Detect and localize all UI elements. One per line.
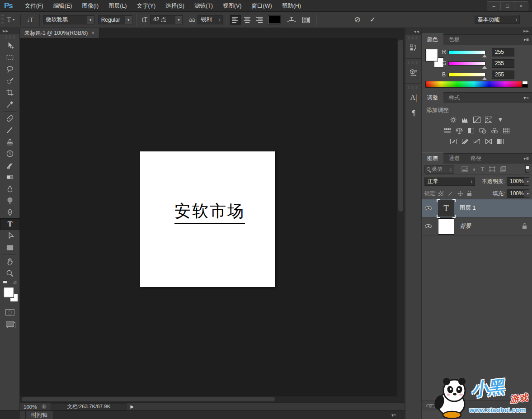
text-layer-content[interactable]: 安软市场 [174,200,245,224]
align-center-button[interactable] [242,15,253,25]
brush-tool[interactable] [0,124,20,136]
hue-saturation-button[interactable] [443,127,452,134]
gradient-map-button[interactable] [484,138,494,145]
vertical-scrollbar[interactable] [397,38,404,402]
slider-thumb[interactable] [482,54,487,57]
menu-view[interactable]: 视图(V) [218,0,247,12]
pen-tool[interactable] [0,207,20,218]
strip-collapse-button[interactable]: ◀◀ [405,28,421,35]
smart-object-filter-icon[interactable] [500,166,506,172]
warp-text-button[interactable] [284,16,299,24]
tab-adjustments[interactable]: 调整 [422,92,443,103]
crop-tool[interactable] [0,87,20,99]
foreground-color-swatch[interactable] [4,287,14,297]
layer-filter-toggle[interactable] [525,165,529,173]
panel-grip[interactable] [408,37,419,39]
healing-brush-tool[interactable] [0,113,20,124]
layers-empty-area[interactable] [422,235,532,400]
horizontal-scrollbar[interactable] [20,396,397,402]
swap-colors-icon[interactable]: ⇄ [13,280,17,286]
exposure-button[interactable] [484,116,494,123]
font-family-select[interactable]: 微软雅黑 ▾ [43,15,94,24]
slider-thumb[interactable] [482,66,487,69]
timeline-tab[interactable]: 时间轴 [26,411,53,419]
layer-row-text[interactable]: T 图层 1 [422,199,532,217]
marquee-tool[interactable] [0,52,20,63]
threshold-button[interactable] [472,138,482,145]
move-tool[interactable] [0,40,20,52]
lock-transparency-icon[interactable] [438,191,443,196]
black-white-button[interactable] [466,127,476,134]
visibility-cell[interactable] [422,217,435,235]
eye-icon[interactable] [425,206,432,210]
adjustment-layer-filter-icon[interactable]: ◐ [473,166,476,173]
blur-tool[interactable] [0,183,20,195]
tab-paths[interactable]: 路径 [465,153,487,164]
zoom-level-value[interactable]: 100% [20,404,41,410]
eye-icon[interactable] [425,224,432,228]
tab-channels[interactable]: 通道 [443,153,465,164]
history-panel-button[interactable] [405,40,422,56]
photo-filter-button[interactable] [478,127,488,134]
link-layers-icon[interactable] [426,404,432,407]
quick-selection-tool[interactable] [0,75,20,87]
canvas-document[interactable]: 安软市场 [140,151,275,287]
type-tool[interactable]: T [0,218,20,230]
toolbar-collapse-button[interactable]: ▶▶ [0,28,19,34]
rectangle-tool[interactable] [0,242,20,254]
align-left-button[interactable] [230,15,241,25]
levels-button[interactable] [461,116,470,123]
eyedropper-tool[interactable] [0,99,20,110]
dodge-tool[interactable] [0,195,20,207]
screen-mode-button[interactable] [6,321,14,327]
green-channel-value[interactable]: 255 [492,59,514,68]
invert-button[interactable] [449,138,458,145]
type-layer-filter-icon[interactable]: T [481,165,485,173]
menu-window[interactable]: 窗口(W) [247,0,277,12]
green-channel-slider[interactable] [448,61,485,66]
color-lookup-button[interactable] [502,127,511,134]
channel-mixer-button[interactable] [490,127,499,134]
background-layer-thumbnail[interactable] [438,218,454,235]
menu-type[interactable]: 文字(Y) [132,0,161,12]
timeline-menu-icon[interactable]: ▾≡ [391,413,396,418]
tool-preset-picker[interactable]: T ▾ [4,16,17,24]
menu-layer[interactable]: 图层(L) [104,0,132,12]
menu-edit[interactable]: 编辑(E) [48,0,77,12]
tab-styles[interactable]: 样式 [443,92,465,103]
tab-swatches[interactable]: 色板 [443,34,465,45]
document-tab[interactable]: 未标题-1 @ 100%(RGB/8) × [20,28,99,38]
canvas-area[interactable]: 安软市场 [20,38,397,396]
font-style-select[interactable]: Regular ▾ [98,15,132,24]
options-grip[interactable] [1,14,4,26]
blue-channel-slider[interactable] [448,73,485,77]
menu-filter[interactable]: 滤镜(T) [189,0,218,12]
commit-edits-button[interactable]: ✓ [365,15,380,24]
tab-close-icon[interactable]: × [91,30,94,36]
quick-mask-button[interactable] [5,309,14,315]
clone-stamp-tool[interactable] [0,136,20,148]
eraser-tool[interactable] [0,160,20,171]
panel-grip[interactable] [408,86,419,89]
layer-row-background[interactable]: 背景 [422,217,532,235]
vertical-scrollbar-thumb[interactable] [398,40,403,212]
panel-menu-icon[interactable]: ▾≡ [523,37,529,42]
red-channel-slider[interactable] [448,50,485,54]
blue-channel-value[interactable]: 255 [492,71,514,79]
anti-alias-select[interactable]: 锐利 ↕ [198,15,223,24]
layer-name[interactable]: 背景 [460,222,471,230]
posterize-button[interactable] [461,138,470,145]
menu-help[interactable]: 帮助(H) [277,0,306,12]
text-orientation-button[interactable]: ↓T [24,16,36,23]
tab-color[interactable]: 颜色 [422,33,443,45]
pixel-layer-filter-icon[interactable] [461,166,468,172]
slider-thumb[interactable] [482,77,487,80]
font-size-select[interactable]: 42 点 ▾ [150,15,183,24]
blend-mode-select[interactable]: 正常 ↕ [424,177,475,186]
filter-type-select[interactable]: 类型 ↕ [424,165,454,174]
history-brush-tool[interactable] [0,148,20,160]
vibrance-button[interactable]: ▼ [496,116,505,123]
panel-menu-icon[interactable]: ▾≡ [523,156,529,161]
lock-pixels-icon[interactable] [447,191,453,197]
text-color-swatch[interactable] [268,16,280,24]
